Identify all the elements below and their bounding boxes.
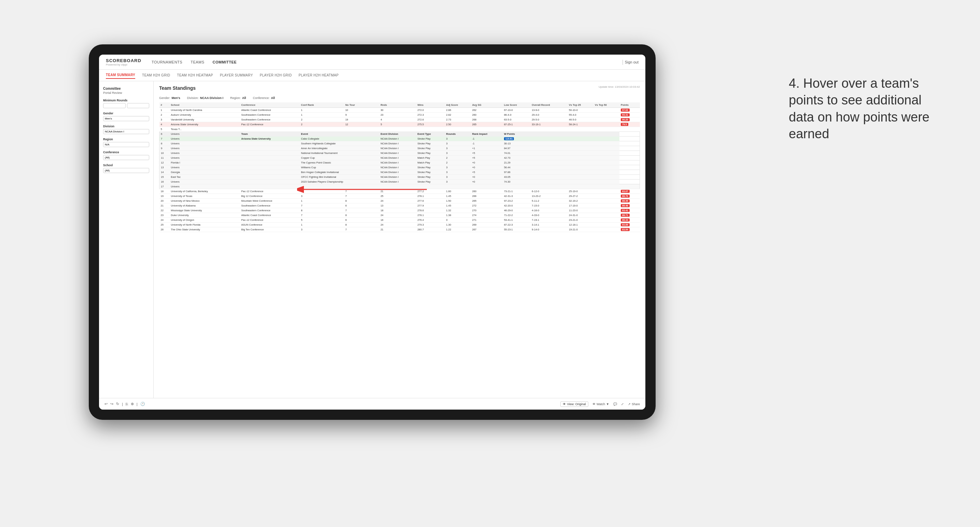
cell-points[interactable]: 88.49: [619, 198, 640, 203]
cell-rank: 3: [159, 117, 170, 122]
exp-rounds: 3: [445, 146, 471, 151]
expanded-row[interactable]: 14 Georgia Ben Hogan Collegiate Invitati…: [159, 170, 640, 175]
exp-rounds: 3: [445, 179, 471, 184]
bottom-toolbar: ↩ ↪ ↻ | ⎘ ⊕ | 🕐 👁 View: Original 👁 Watch…: [99, 398, 645, 410]
cell-points[interactable]: 83.41: [619, 208, 640, 213]
sub-nav-team-h2h-heatmap[interactable]: TEAM H2H HEATMAP: [177, 72, 213, 78]
exp-rounds: 3: [445, 165, 471, 170]
comment-button[interactable]: 💬: [613, 402, 617, 406]
table-row[interactable]: 1 University of North Carolina Atlantic …: [159, 108, 640, 113]
expanded-row[interactable]: 15 East Tac OFCC Fighting Illini Invitat…: [159, 175, 640, 179]
cell-low-score: 63-5-0: [503, 117, 530, 122]
cell-points[interactable]: 83.89: [619, 222, 640, 227]
conference-select[interactable]: (All): [103, 155, 149, 160]
points-badge: 88.71: [621, 214, 630, 217]
exp-rounds: 3: [445, 170, 471, 175]
region-select[interactable]: N/A: [103, 142, 149, 147]
paste-button[interactable]: ⊕: [131, 402, 134, 406]
exp-w-points: 43.05: [503, 175, 619, 179]
filter-gender-value: Men's: [172, 96, 180, 100]
nav-teams[interactable]: TEAMS: [191, 59, 204, 65]
share-button[interactable]: ↗ Share: [628, 402, 640, 406]
table-row[interactable]: 5 Texas T...: [159, 127, 640, 132]
expand-button[interactable]: ⤢: [621, 402, 624, 406]
cell-rank: 23: [159, 213, 170, 218]
copy-button[interactable]: ⎘: [126, 402, 128, 406]
cell-rank: 20: [159, 198, 170, 203]
cell-rnds: 5: [379, 122, 416, 127]
nav-committee[interactable]: COMMITTEE: [213, 59, 237, 65]
undo-button[interactable]: ↩: [105, 402, 108, 406]
redo-button[interactable]: ↪: [110, 402, 113, 406]
sub-nav-team-h2h-grid[interactable]: TEAM H2H GRID: [142, 72, 170, 78]
expanded-row[interactable]: 9 Univers Amer An Intercollegiate NCAA D…: [159, 146, 640, 151]
table-row[interactable]: 23 Duke University Atlantic Coast Confer…: [159, 213, 640, 218]
min-rounds-from-input[interactable]: [103, 103, 126, 108]
cell-points[interactable]: 86.34: [619, 218, 640, 222]
sub-nav-player-h2h-grid[interactable]: PLAYER H2H GRID: [260, 72, 292, 78]
table-row[interactable]: 24 University of Oregon Pac-12 Conferenc…: [159, 218, 640, 222]
cell-points[interactable]: 97.02: [619, 108, 640, 113]
cell-vs-top25: 55-4-0: [568, 113, 593, 117]
cell-conf-rank: 3: [300, 227, 344, 232]
cell-school: University of Alabama: [169, 203, 240, 208]
cell-wins: 272.0: [416, 108, 445, 113]
division-select[interactable]: NCAA Division I: [103, 129, 149, 134]
sub-nav-player-summary[interactable]: PLAYER SUMMARY: [220, 72, 253, 78]
nav-bar: SCOREBOARD Powered by clippi TOURNAMENTS…: [99, 55, 645, 70]
cell-points[interactable]: 90.20: [619, 117, 640, 122]
cell-points[interactable]: 83.07: [619, 189, 640, 194]
cell-points[interactable]: 88.48: [619, 203, 640, 208]
watch-button[interactable]: 👁 Watch ▼: [592, 402, 609, 406]
expanded-row[interactable]: 12 Florida I The Cypress Point Classic N…: [159, 160, 640, 165]
gender-select[interactable]: Men's: [103, 116, 149, 121]
table-row[interactable]: 26 The Ohio State University Big Ten Con…: [159, 227, 640, 232]
cell-conference: Pac-12 Conference: [240, 218, 300, 222]
expanded-row[interactable]: 11 Univers Copper Cup NCAA Division I Ma…: [159, 156, 640, 160]
exp-school: Univers: [169, 146, 240, 151]
exp-rank: 12: [159, 160, 170, 165]
table-row[interactable]: 3 Vanderbilt University Southeastern Con…: [159, 117, 640, 122]
cell-vs-top50: [593, 122, 619, 127]
cell-school: University of North Carolina: [169, 108, 240, 113]
sign-out-link[interactable]: Sign out: [625, 60, 638, 64]
filter-region-label: Region:: [230, 96, 241, 100]
sub-nav-player-h2h-heatmap[interactable]: PLAYER H2H HEATMAP: [298, 72, 338, 78]
cell-conference: Pac-12 Conference: [240, 189, 300, 194]
cell-points[interactable]: 83.94: [619, 227, 640, 232]
points-badge: 83.94: [621, 228, 630, 231]
sub-nav-team-summary[interactable]: TEAM SUMMARY: [106, 72, 135, 79]
expanded-row[interactable]: 10 Univers National Invitational Tournam…: [159, 151, 640, 156]
expanded-row[interactable]: 8 Univers Southern Highlands Collegiate …: [159, 141, 640, 146]
table-row-highlighted[interactable]: 4 Arizona State University Pac-12 Confer…: [159, 122, 640, 127]
exp-w-points: 30-13: [503, 141, 619, 146]
points-badge-highlighted: 79.5: [621, 123, 628, 126]
points-badge: 88.70: [621, 195, 630, 198]
cell-low-score: 42-31-3: [503, 194, 530, 198]
col-conference: Conference: [240, 102, 300, 108]
cell-points[interactable]: 79.5: [619, 122, 640, 127]
cell-school: Duke University: [169, 213, 240, 218]
expanded-row[interactable]: 13 Univers Williams Cup NCAA Division I …: [159, 165, 640, 170]
exp-rank-impact: +1: [471, 146, 503, 151]
cell-conf-rank: 5: [300, 218, 344, 222]
cell-points[interactable]: 88.71: [619, 213, 640, 218]
table-row[interactable]: 2 Auburn University Southeastern Confere…: [159, 113, 640, 117]
view-original-button[interactable]: 👁 View: Original: [560, 402, 588, 407]
cell-adj-score: 1.32: [445, 208, 471, 213]
min-rounds-to-input[interactable]: [127, 103, 150, 108]
cell-points[interactable]: 93.31: [619, 113, 640, 117]
school-select[interactable]: (All): [103, 168, 149, 173]
exp-team: [240, 175, 300, 179]
filter-division-value: NCAA Division I: [200, 96, 223, 100]
exp-team: [240, 179, 300, 184]
expanded-row[interactable]: 7 Univers Arizona State University Cabo …: [159, 137, 640, 141]
exp-rank-impact: +0: [471, 165, 503, 170]
table-row[interactable]: 25 University of North Florida ASUN Conf…: [159, 222, 640, 227]
cell-rnds: 24: [379, 222, 416, 227]
cell-overall: 29-4-0: [530, 113, 568, 117]
nav-tournaments[interactable]: TOURNAMENTS: [152, 59, 182, 65]
refresh-button[interactable]: ↻: [116, 402, 119, 406]
cell-conference: Big Ten Conference: [240, 227, 300, 232]
cell-points[interactable]: 88.70: [619, 194, 640, 198]
